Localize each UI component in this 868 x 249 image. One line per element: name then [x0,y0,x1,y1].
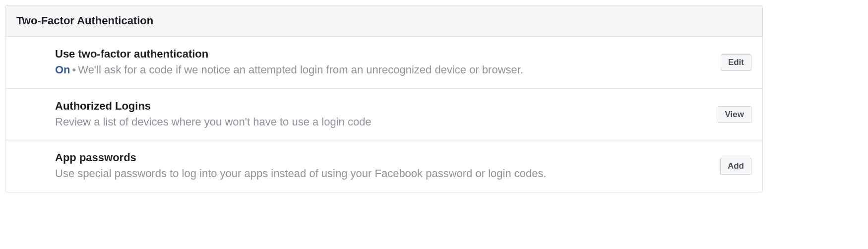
row-app-passwords: App passwords Use special passwords to l… [5,140,762,192]
status-on-label: On [55,63,70,76]
panel-header: Two-Factor Authentication [5,5,762,37]
view-button[interactable]: View [718,106,751,123]
panel-title: Two-Factor Authentication [16,14,751,27]
row-content: App passwords Use special passwords to l… [55,151,710,181]
add-button[interactable]: Add [720,158,751,175]
row-desc-text: We'll ask for a code if we notice an att… [78,63,523,76]
row-action: Edit [721,54,751,71]
row-action: View [718,106,751,123]
row-title: App passwords [55,151,710,164]
separator-dot: • [72,63,76,76]
row-action: Add [720,158,751,175]
row-content: Use two-factor authentication On•We'll a… [55,48,711,77]
edit-button[interactable]: Edit [721,54,751,71]
row-title: Use two-factor authentication [55,48,711,61]
row-content: Authorized Logins Review a list of devic… [55,100,708,129]
row-desc-text: Use special passwords to log into your a… [55,166,710,181]
row-use-two-factor: Use two-factor authentication On•We'll a… [5,37,762,89]
row-description: On•We'll ask for a code if we notice an … [55,62,711,77]
row-desc-text: Review a list of devices where you won't… [55,115,708,129]
row-authorized-logins: Authorized Logins Review a list of devic… [5,89,762,141]
two-factor-panel: Two-Factor Authentication Use two-factor… [5,5,763,192]
row-title: Authorized Logins [55,100,708,113]
